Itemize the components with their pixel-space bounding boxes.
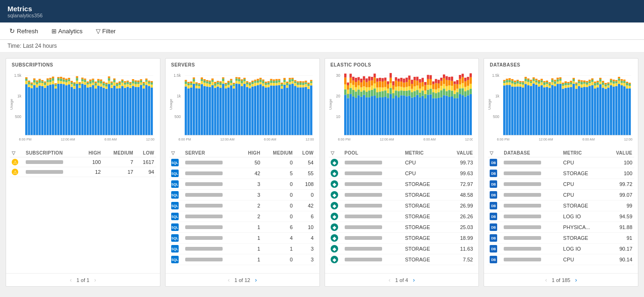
panel-servers: SERVERS1.5k1k500Usage6:00 PM12:00 AM6:00… xyxy=(165,58,320,287)
svg-rect-830 xyxy=(610,79,612,80)
refresh-button[interactable]: ↻ Refresh xyxy=(7,26,40,36)
table-row[interactable]: SQL103 xyxy=(169,254,316,265)
svg-rect-667 xyxy=(503,85,506,135)
table-row[interactable]: DBCPU100 xyxy=(488,157,634,168)
table-row[interactable]: DBLOG IO94.59 xyxy=(488,211,634,222)
database-icon: DB xyxy=(490,159,497,166)
svg-rect-179 xyxy=(140,85,142,135)
svg-rect-570 xyxy=(427,95,429,135)
prev-page-button[interactable]: ‹ xyxy=(544,276,548,283)
svg-rect-566 xyxy=(424,94,427,98)
analytics-button[interactable]: ⊞ Analytics xyxy=(50,27,85,36)
table-row[interactable]: DBLOG IO90.17 xyxy=(488,244,634,254)
next-page-button[interactable]: › xyxy=(93,276,97,283)
table-row[interactable]: DBSTORAGE91 xyxy=(488,233,634,244)
svg-rect-339 xyxy=(270,85,272,135)
next-page-button[interactable]: › xyxy=(574,276,578,283)
svg-rect-774 xyxy=(572,78,575,79)
svg-rect-251 xyxy=(211,85,214,135)
table-row[interactable]: SQL300 xyxy=(169,190,316,200)
svg-rect-39 xyxy=(47,85,49,135)
table-row[interactable]: SQL1610 xyxy=(169,222,316,233)
table-row[interactable]: DBCPU99.07 xyxy=(488,190,634,200)
svg-rect-472 xyxy=(373,83,376,89)
svg-rect-441 xyxy=(357,89,360,95)
table-row[interactable]: DBCPU99.72 xyxy=(488,179,634,190)
filter-col-icon[interactable]: ▽ xyxy=(169,149,183,157)
svg-rect-737 xyxy=(549,83,551,85)
svg-rect-11 xyxy=(28,87,30,135)
filter-col-icon[interactable]: ▽ xyxy=(10,149,24,157)
table-row[interactable]: ◆STORAGE26.26 xyxy=(329,211,475,222)
svg-rect-376 xyxy=(294,83,297,86)
svg-rect-684 xyxy=(514,84,516,87)
table-row[interactable]: ◆STORAGE26.99 xyxy=(329,200,475,211)
svg-rect-300 xyxy=(243,82,246,84)
svg-rect-803 xyxy=(594,89,596,135)
svg-rect-383 xyxy=(299,87,302,135)
prev-page-button[interactable]: ‹ xyxy=(69,276,72,283)
svg-rect-615 xyxy=(451,97,453,135)
svg-rect-257 xyxy=(214,83,216,86)
svg-rect-87 xyxy=(79,88,81,135)
row-icon-cell: SQL xyxy=(169,254,183,265)
table-row[interactable]: ◆STORAGE72.97 xyxy=(329,179,475,190)
svg-rect-822 xyxy=(605,83,607,84)
filter-col-icon[interactable]: ▽ xyxy=(488,149,502,157)
table-row[interactable]: ◆CPU99.73 xyxy=(329,157,475,168)
svg-rect-285 xyxy=(232,84,235,86)
panel-databases: DATABASES1.5k1k500Usage6:00 PM12:00 AM6:… xyxy=(484,58,638,287)
table-row[interactable]: ◆STORAGE48.58 xyxy=(329,190,475,200)
svg-rect-694 xyxy=(519,81,521,82)
table-row[interactable]: DBCPU90.14 xyxy=(488,254,634,265)
table-row[interactable]: SQL50054 xyxy=(169,157,316,168)
table-row[interactable]: SQL113 xyxy=(169,244,316,254)
next-page-button[interactable]: › xyxy=(254,276,258,283)
svg-rect-719 xyxy=(538,87,540,135)
svg-rect-368 xyxy=(289,82,291,84)
table-row[interactable]: SQL206 xyxy=(169,211,316,222)
row-icon-cell: SQL xyxy=(169,157,183,168)
filter-col-icon[interactable]: ▽ xyxy=(329,149,343,157)
svg-rect-725 xyxy=(541,80,543,82)
svg-rect-557 xyxy=(419,89,421,93)
table-row[interactable]: ◆STORAGE25.03 xyxy=(329,222,475,233)
svg-rect-494 xyxy=(384,78,386,81)
svg-rect-230 xyxy=(195,82,197,83)
table-row[interactable]: SQL42555 xyxy=(169,168,316,179)
table-row[interactable]: SQL30108 xyxy=(169,179,316,190)
svg-rect-426 xyxy=(349,88,352,94)
pool-icon: ◆ xyxy=(331,180,338,188)
svg-rect-735 xyxy=(549,88,551,135)
svg-text:Usage: Usage xyxy=(169,99,173,110)
svg-rect-705 xyxy=(528,80,530,82)
table-row[interactable]: ⚠10071617 xyxy=(10,157,156,167)
svg-rect-301 xyxy=(243,79,246,82)
svg-rect-503 xyxy=(389,78,391,83)
table-area-databases: ▽DATABASEMETRICVALUEDBCPU100DBSTORAGE100… xyxy=(484,149,638,273)
svg-rect-125 xyxy=(102,83,105,85)
table-row[interactable]: DBPHYSICA...91.88 xyxy=(488,222,634,233)
svg-rect-307 xyxy=(249,88,251,135)
prev-page-button[interactable]: ‹ xyxy=(388,276,391,283)
svg-rect-139 xyxy=(113,86,116,135)
svg-rect-115 xyxy=(97,86,100,135)
table-row[interactable]: ◆CPU99.63 xyxy=(329,168,475,179)
table-row[interactable]: DBSTORAGE99 xyxy=(488,200,634,211)
table-row[interactable]: ◆STORAGE11.63 xyxy=(329,244,475,254)
table-row[interactable]: SQL2042 xyxy=(169,200,316,211)
next-page-button[interactable]: › xyxy=(412,276,416,283)
svg-rect-593 xyxy=(437,83,440,88)
svg-rect-720 xyxy=(538,84,540,87)
table-row[interactable]: ⚠121794 xyxy=(10,167,156,177)
table-row[interactable]: DBSTORAGE100 xyxy=(488,168,634,179)
svg-rect-650 xyxy=(469,94,471,135)
table-row[interactable]: ◆STORAGE18.99 xyxy=(329,233,475,244)
table-row[interactable]: SQL144 xyxy=(169,233,316,244)
prev-page-button[interactable]: ‹ xyxy=(227,276,231,283)
svg-rect-185 xyxy=(143,83,145,86)
app-subtitle: sqlanalytics356 xyxy=(7,13,637,18)
svg-rect-283 xyxy=(232,89,235,135)
table-row[interactable]: ◆STORAGE7.52 xyxy=(329,254,475,265)
filter-button[interactable]: ▽ Filter xyxy=(94,27,118,36)
